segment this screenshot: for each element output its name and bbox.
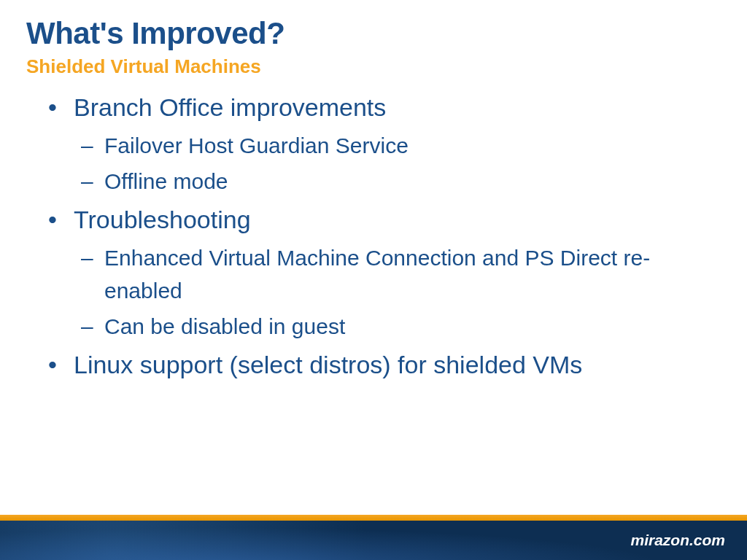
slide-content: What's Improved? Shielded Virtual Machin…: [0, 0, 747, 382]
sub-bullet-item: Failover Host Guardian Service: [74, 129, 721, 162]
bullet-list: Branch Office improvements Failover Host…: [26, 91, 721, 382]
footer-accent-bar: [0, 515, 747, 521]
slide-subtitle: Shielded Virtual Machines: [26, 55, 721, 78]
slide-footer: mirazon.com: [0, 515, 747, 560]
bullet-item: Linux support (select distros) for shiel…: [48, 349, 721, 382]
footer-site: mirazon.com: [630, 532, 725, 549]
footer-bar: mirazon.com: [0, 521, 747, 560]
bullet-item: Branch Office improvements Failover Host…: [48, 91, 721, 198]
bullet-text: Branch Office improvements: [74, 93, 386, 121]
sub-bullet-item: Enhanced Virtual Machine Connection and …: [74, 241, 721, 307]
bullet-text: Linux support (select distros) for shiel…: [74, 351, 582, 378]
bullet-item: Troubleshooting Enhanced Virtual Machine…: [48, 203, 721, 343]
sub-list: Failover Host Guardian Service Offline m…: [74, 129, 721, 198]
sub-bullet-item: Can be disabled in guest: [74, 310, 721, 343]
sub-list: Enhanced Virtual Machine Connection and …: [74, 241, 721, 343]
slide-title: What's Improved?: [26, 16, 721, 51]
bullet-text: Troubleshooting: [74, 206, 251, 233]
sub-bullet-item: Offline mode: [74, 165, 721, 198]
